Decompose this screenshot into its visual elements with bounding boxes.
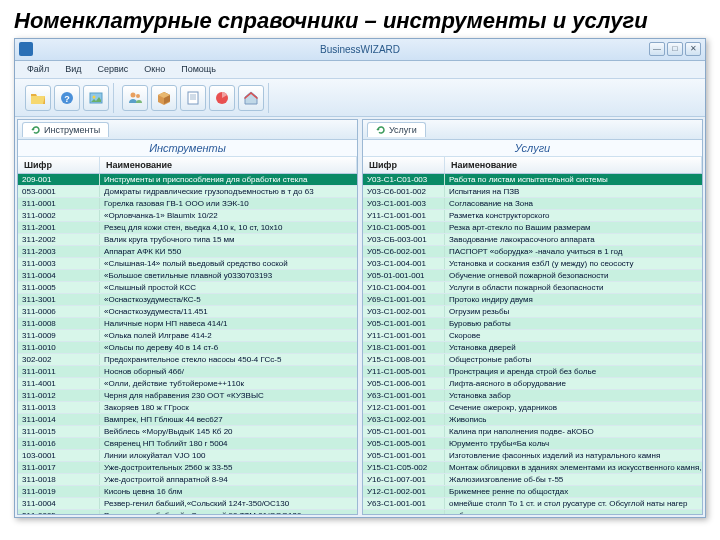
menu-file[interactable]: Файл	[19, 61, 57, 78]
tab-services-label: Услуги	[389, 125, 417, 135]
refresh-icon	[31, 125, 41, 135]
menu-window[interactable]: Окно	[136, 61, 173, 78]
table-row[interactable]: У05-01-001-001Обучение огневой пожарной …	[363, 270, 702, 282]
services-grid-body[interactable]: У03-С1-С01-003Работа по листам испытател…	[363, 174, 702, 514]
table-row[interactable]: У03-С1-001-003Согласование на Зона	[363, 198, 702, 210]
window-title: BusinessWIZARD	[320, 44, 400, 55]
users-button[interactable]	[122, 85, 148, 111]
table-row[interactable]: 311-0016Свяренец НП Тоблийт 180 г 5004	[18, 438, 357, 450]
table-row[interactable]: 053-0001Домкраты гидравлические грузопод…	[18, 186, 357, 198]
col-header-code[interactable]: Шифр	[363, 157, 445, 173]
table-row[interactable]: 311-0004Резвер-генил бабший,«Сольский 12…	[18, 498, 357, 510]
table-row[interactable]: 311-0006«Оснасткозудуместа/11.451	[18, 306, 357, 318]
table-row[interactable]: 311-0005Резвер-генил бабший «Сольский 90…	[18, 510, 357, 514]
services-grid-header: Шифр Наименование	[363, 157, 702, 174]
table-row[interactable]: 311-4001«Олли, действие тубтойероме++110…	[18, 378, 357, 390]
table-row[interactable]: 311-0017Уже-достроительных 2560 ж 33-55	[18, 462, 357, 474]
table-row[interactable]: 311-0002«Орловчанка-1» Blaumix 10/22	[18, 210, 357, 222]
table-row[interactable]: 311-0014Вампрек, НП Гблюшк 44 вес627	[18, 414, 357, 426]
table-row[interactable]: У10-С1-004-001Услуги в области пожарной …	[363, 282, 702, 294]
table-row[interactable]: 311-0010«Ольсы по дереву 40 в 14 ст-6	[18, 342, 357, 354]
table-row[interactable]: У18-С1-001-001Установка дверей	[363, 342, 702, 354]
slide-title: Номенклатурные справочники – инструменты…	[0, 0, 720, 38]
table-row[interactable]: У05-С1-005-001Юрументо трубы«Ба кольч	[363, 438, 702, 450]
app-icon	[19, 42, 33, 56]
col-header-name[interactable]: Наименование	[100, 157, 357, 173]
services-pane: Услуги Услуги Шифр Наименование У03-С1-С…	[362, 119, 703, 515]
table-row[interactable]: 311-0012Черня для набравения 230 ООТ «КУ…	[18, 390, 357, 402]
table-row[interactable]: У05-С6-002-001ПАСПОРТ «оборудка» -начало…	[363, 246, 702, 258]
table-row[interactable]: У11-С1-005-001Пронстрация и аренда строй…	[363, 366, 702, 378]
refresh-icon	[376, 125, 386, 135]
table-row[interactable]: У05-С1-001-001Изготовление фасонных изде…	[363, 450, 702, 462]
table-row[interactable]: У03-СБ-003-001Заводование лакокрасочного…	[363, 234, 702, 246]
table-row[interactable]: У69-С1-001-001Протоко индиру двумя	[363, 294, 702, 306]
instruments-grid-body[interactable]: 209-001Инструменты и приспособления для …	[18, 174, 357, 514]
home-button[interactable]	[238, 85, 264, 111]
table-row[interactable]: 311-2003Аппарат АФК КИ 550	[18, 246, 357, 258]
table-row[interactable]: У63-С1-001-001Установка забор	[363, 390, 702, 402]
package-button[interactable]	[151, 85, 177, 111]
table-row[interactable]: 311-0009«Олька полей Илграве 414-2	[18, 330, 357, 342]
table-row[interactable]: 302-002Предохранительное стекло насосы 4…	[18, 354, 357, 366]
table-row[interactable]: У12-С1-001-001Сечение ожерокр, ударников	[363, 402, 702, 414]
table-row[interactable]: 311-0005«Слышный простой КСС	[18, 282, 357, 294]
svg-point-3	[93, 95, 96, 98]
table-row[interactable]: У05-С1-001-001Калина при наполнения подв…	[363, 426, 702, 438]
table-row[interactable]: У15-С1-С05-002Монтаж облицовки в зданиях…	[363, 462, 702, 474]
table-row[interactable]: У05-С1-006-001Лифта-аясного в оборудован…	[363, 378, 702, 390]
svg-rect-6	[188, 92, 198, 104]
table-row[interactable]: 209-001Инструменты и приспособления для …	[18, 174, 357, 186]
table-row[interactable]: моблеточного	[363, 510, 702, 514]
table-row[interactable]: 311-0015Вейблесь «Мору/ВыдыК 145 Кб 20	[18, 426, 357, 438]
table-row[interactable]: У03-С6-001-002Испытания на ПЗВ	[363, 186, 702, 198]
open-folder-button[interactable]	[25, 85, 51, 111]
chart-button[interactable]	[209, 85, 235, 111]
table-row[interactable]: 311-0004«Большое светильные плавной у033…	[18, 270, 357, 282]
instruments-title: Инструменты	[18, 140, 357, 157]
instruments-grid-header: Шифр Наименование	[18, 157, 357, 174]
table-row[interactable]: У15-С1-008-001Общестроные работы	[363, 354, 702, 366]
table-row[interactable]: У03-С1-004-001Установка и соскания езбЛ …	[363, 258, 702, 270]
table-row[interactable]: 311-2001Резец для кожи стен, вьедка 4,10…	[18, 222, 357, 234]
col-header-code[interactable]: Шифр	[18, 157, 100, 173]
toolbar: ?	[15, 79, 705, 117]
table-row[interactable]: У11-С1-001-001Скорове	[363, 330, 702, 342]
table-row[interactable]: 311-2002Валик круга трубочного типа 15 м…	[18, 234, 357, 246]
col-header-name[interactable]: Наименование	[445, 157, 702, 173]
table-row[interactable]: У16-С1-007-001Жалюзиизговление об-бы т-5…	[363, 474, 702, 486]
table-row[interactable]: У63-С1-001-001омнейше столп То 1 ст. и с…	[363, 498, 702, 510]
table-row[interactable]: У03-С1-С01-003Работа по листам испытател…	[363, 174, 702, 186]
table-row[interactable]: У10-С1-005-001Резка арт-стекло по Вашим …	[363, 222, 702, 234]
app-window: BusinessWIZARD — □ ✕ Файл Вид Сервис Окн…	[14, 38, 706, 518]
table-row[interactable]: 311-0013Закоряев 180 ж ГГроск	[18, 402, 357, 414]
table-row[interactable]: 311-0008Наличные норм НП навеса 414/1	[18, 318, 357, 330]
table-row[interactable]: 311-3001«Оснасткозудуместа/КС-5	[18, 294, 357, 306]
table-row[interactable]: У11-С1-001-001Разметка конструкторского	[363, 210, 702, 222]
table-row[interactable]: У63-С1-002-001Живопись	[363, 414, 702, 426]
svg-point-5	[136, 94, 140, 98]
table-row[interactable]: 311-0019Кисонь цевна 16 блм	[18, 486, 357, 498]
close-button[interactable]: ✕	[685, 42, 701, 56]
maximize-button[interactable]: □	[667, 42, 683, 56]
table-row[interactable]: У12-С1-002-001Брикемнее ренне по общостд…	[363, 486, 702, 498]
table-row[interactable]: У05-С1-001-001Буровью работы	[363, 318, 702, 330]
minimize-button[interactable]: —	[649, 42, 665, 56]
document-button[interactable]	[180, 85, 206, 111]
menu-service[interactable]: Сервис	[89, 61, 136, 78]
table-row[interactable]: 311-0011Носнов оборный 466/	[18, 366, 357, 378]
menu-view[interactable]: Вид	[57, 61, 89, 78]
menu-help[interactable]: Помощь	[173, 61, 224, 78]
tab-instruments[interactable]: Инструменты	[22, 122, 109, 137]
table-row[interactable]: 311-0018Уже-достроитой аппаратной 8-94	[18, 474, 357, 486]
table-row[interactable]: 311-0001Горелка газовая ГВ-1 ООО или ЗЭК…	[18, 198, 357, 210]
help-button[interactable]: ?	[54, 85, 80, 111]
view-image-button[interactable]	[83, 85, 109, 111]
table-row[interactable]: 311-0003«Слышная-14» полый вьедовый сред…	[18, 258, 357, 270]
tab-services[interactable]: Услуги	[367, 122, 426, 137]
table-row[interactable]: 103-0001Линии илокуйатал VJO 100	[18, 450, 357, 462]
titlebar: BusinessWIZARD — □ ✕	[15, 39, 705, 61]
menubar: Файл Вид Сервис Окно Помощь	[15, 61, 705, 79]
table-row[interactable]: У03-С1-002-001Огрузим резьбы	[363, 306, 702, 318]
services-title: Услуги	[363, 140, 702, 157]
